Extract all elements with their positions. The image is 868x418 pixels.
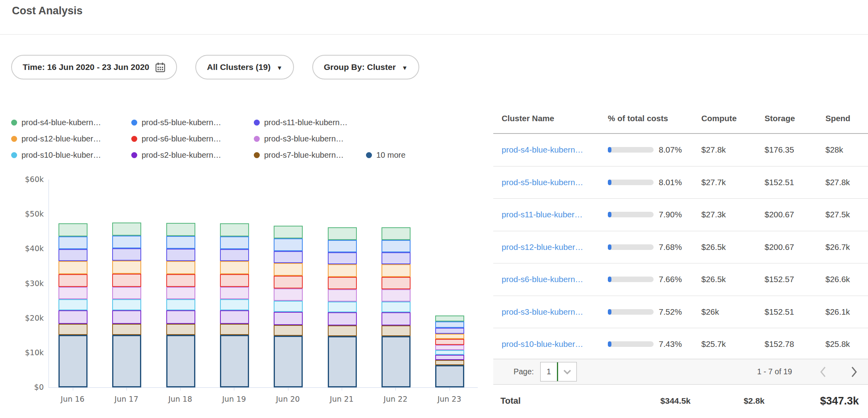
bar-segment-prod-s7-blue-kubern[interactable]	[274, 325, 303, 336]
bar-segment-prod-s3-blue-kubern[interactable]	[166, 287, 195, 299]
bar-segment-prod-s6-blue-kubern[interactable]	[328, 277, 357, 289]
bar-segment-prod-s10-blue-kuber[interactable]	[435, 350, 464, 355]
bar-segment-10-more[interactable]	[328, 336, 357, 387]
bar-segment-prod-s4-blue-kubern[interactable]	[274, 226, 303, 238]
cluster-name-link[interactable]: prod-s6-blue-kubern…	[502, 275, 608, 284]
bar-segment-prod-s2-blue-kubern[interactable]	[166, 310, 195, 324]
bar-segment-prod-s2-blue-kubern[interactable]	[274, 312, 303, 325]
bar-segment-prod-s5-blue-kubern[interactable]	[166, 236, 195, 249]
bar-segment-prod-s4-blue-kubern[interactable]	[381, 227, 411, 240]
stacked-bar-jun-18[interactable]	[166, 223, 195, 387]
legend-item-10-more[interactable]: 10 more	[366, 151, 405, 160]
bar-segment-prod-s12-blue-kuber[interactable]	[220, 261, 249, 274]
bar-segment-prod-s2-blue-kubern[interactable]	[112, 310, 141, 324]
bar-segment-prod-s2-blue-kubern[interactable]	[328, 312, 357, 325]
bar-segment-prod-s4-blue-kubern[interactable]	[435, 315, 464, 321]
bar-segment-10-more[interactable]	[58, 335, 88, 387]
bar-segment-prod-s5-blue-kubern[interactable]	[328, 240, 357, 252]
cluster-name-link[interactable]: prod-s11-blue-kuber…	[502, 210, 608, 219]
bar-segment-10-more[interactable]	[112, 335, 141, 387]
bar-segment-prod-s5-blue-kubern[interactable]	[220, 236, 249, 249]
bar-segment-prod-s10-blue-kuber[interactable]	[220, 299, 249, 310]
bar-segment-prod-s12-blue-kuber[interactable]	[274, 263, 303, 276]
bar-segment-prod-s5-blue-kubern[interactable]	[58, 236, 88, 249]
bar-segment-prod-s11-blue-kubern[interactable]	[112, 248, 141, 261]
bar-segment-prod-s7-blue-kubern[interactable]	[58, 324, 88, 335]
bar-segment-prod-s10-blue-kuber[interactable]	[166, 299, 195, 310]
bar-segment-prod-s4-blue-kubern[interactable]	[328, 227, 357, 240]
bar-segment-prod-s11-blue-kubern[interactable]	[435, 328, 464, 334]
bar-segment-prod-s3-blue-kubern[interactable]	[381, 289, 411, 302]
bar-segment-prod-s4-blue-kubern[interactable]	[58, 223, 88, 236]
bar-segment-prod-s4-blue-kubern[interactable]	[220, 223, 249, 236]
bar-segment-prod-s12-blue-kuber[interactable]	[435, 334, 464, 339]
bar-segment-prod-s12-blue-kuber[interactable]	[166, 261, 195, 274]
bar-segment-prod-s11-blue-kubern[interactable]	[220, 249, 249, 261]
bar-segment-prod-s2-blue-kubern[interactable]	[435, 355, 464, 360]
bar-segment-prod-s11-blue-kubern[interactable]	[274, 251, 303, 263]
cluster-name-link[interactable]: prod-s4-blue-kubern…	[502, 145, 608, 155]
bar-segment-prod-s12-blue-kuber[interactable]	[112, 261, 141, 274]
bar-segment-prod-s7-blue-kubern[interactable]	[328, 325, 357, 336]
bar-segment-10-more[interactable]	[166, 335, 195, 387]
legend-item-prod-s7-blue-kubern[interactable]: prod-s7-blue-kubern…	[254, 151, 366, 160]
stacked-bar-jun-23[interactable]	[435, 315, 464, 387]
bar-segment-prod-s11-blue-kubern[interactable]	[328, 252, 357, 264]
bar-segment-prod-s4-blue-kubern[interactable]	[166, 223, 195, 236]
bar-segment-prod-s10-blue-kuber[interactable]	[328, 302, 357, 312]
bar-segment-prod-s6-blue-kubern[interactable]	[112, 274, 141, 287]
legend-item-prod-s3-blue-kubern[interactable]: prod-s3-blue-kubern…	[254, 134, 366, 143]
cluster-name-link[interactable]: prod-s3-blue-kubern…	[502, 307, 608, 317]
bar-segment-prod-s3-blue-kubern[interactable]	[274, 288, 303, 301]
bar-segment-prod-s7-blue-kubern[interactable]	[166, 324, 195, 335]
bar-segment-prod-s2-blue-kubern[interactable]	[58, 310, 88, 324]
stacked-bar-jun-19[interactable]	[220, 223, 249, 387]
legend-item-prod-s12-blue-kuber[interactable]: prod-s12-blue-kuber…	[11, 134, 131, 143]
previous-page-button[interactable]	[816, 364, 830, 380]
legend-item-prod-s6-blue-kubern[interactable]: prod-s6-blue-kubern…	[131, 134, 254, 143]
bar-segment-prod-s2-blue-kubern[interactable]	[220, 310, 249, 324]
bar-segment-prod-s7-blue-kubern[interactable]	[435, 360, 464, 365]
bar-segment-prod-s7-blue-kubern[interactable]	[112, 324, 141, 335]
stacked-bar-jun-17[interactable]	[112, 223, 141, 387]
bar-segment-prod-s4-blue-kubern[interactable]	[112, 223, 141, 236]
page-number-select[interactable]: 1	[540, 362, 577, 381]
bar-segment-prod-s5-blue-kubern[interactable]	[435, 321, 464, 328]
bar-segment-prod-s6-blue-kubern[interactable]	[435, 339, 464, 345]
stacked-bar-jun-20[interactable]	[274, 226, 303, 387]
bar-segment-prod-s10-blue-kuber[interactable]	[274, 301, 303, 312]
legend-item-prod-s2-blue-kubern[interactable]: prod-s2-blue-kubern…	[131, 151, 254, 160]
bar-segment-prod-s5-blue-kubern[interactable]	[274, 238, 303, 251]
bar-segment-prod-s12-blue-kuber[interactable]	[381, 264, 411, 277]
bar-segment-prod-s6-blue-kubern[interactable]	[381, 277, 411, 289]
bar-segment-prod-s3-blue-kubern[interactable]	[328, 289, 357, 302]
bar-segment-10-more[interactable]	[435, 365, 464, 387]
bar-segment-10-more[interactable]	[381, 336, 411, 387]
legend-item-prod-s4-blue-kubern[interactable]: prod-s4-blue-kubern…	[11, 118, 131, 127]
bar-segment-prod-s5-blue-kubern[interactable]	[112, 236, 141, 248]
bar-segment-prod-s3-blue-kubern[interactable]	[220, 287, 249, 299]
next-page-button[interactable]	[847, 364, 861, 380]
bar-segment-prod-s7-blue-kubern[interactable]	[381, 325, 411, 336]
bar-segment-prod-s3-blue-kubern[interactable]	[112, 287, 141, 299]
bar-segment-prod-s7-blue-kubern[interactable]	[220, 324, 249, 335]
bar-segment-prod-s5-blue-kubern[interactable]	[381, 240, 411, 252]
bar-segment-prod-s3-blue-kubern[interactable]	[58, 287, 88, 299]
legend-item-prod-s11-blue-kubern[interactable]: prod-s11-blue-kubern…	[254, 118, 366, 127]
bar-segment-prod-s10-blue-kuber[interactable]	[58, 299, 88, 310]
time-range-filter-button[interactable]: Time: 16 Jun 2020 - 23 Jun 2020	[11, 55, 177, 79]
bar-segment-prod-s12-blue-kuber[interactable]	[58, 261, 88, 274]
stacked-bar-jun-16[interactable]	[58, 223, 88, 387]
bar-segment-prod-s11-blue-kubern[interactable]	[58, 249, 88, 261]
bar-segment-10-more[interactable]	[274, 336, 303, 387]
bar-segment-prod-s6-blue-kubern[interactable]	[166, 274, 195, 287]
bar-segment-prod-s12-blue-kuber[interactable]	[328, 264, 357, 277]
bar-segment-prod-s6-blue-kubern[interactable]	[274, 276, 303, 288]
cluster-name-link[interactable]: prod-s10-blue-kuber…	[502, 339, 608, 349]
legend-item-prod-s5-blue-kubern[interactable]: prod-s5-blue-kubern…	[131, 118, 254, 127]
bar-segment-prod-s11-blue-kubern[interactable]	[166, 249, 195, 261]
bar-segment-prod-s11-blue-kubern[interactable]	[381, 252, 411, 264]
cluster-name-link[interactable]: prod-s5-blue-kubern…	[502, 178, 608, 187]
cluster-name-link[interactable]: prod-s12-blue-kuber…	[502, 242, 608, 252]
bar-segment-prod-s2-blue-kubern[interactable]	[381, 312, 411, 325]
